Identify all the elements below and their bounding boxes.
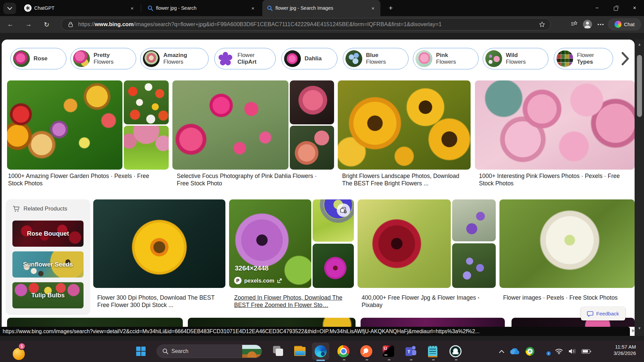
result-caption[interactable]: 400,000+ Free Flower Jpg & Flower Images… [362, 294, 496, 309]
result-caption[interactable]: 1000+ Interesting Pink Flowers Photos · … [479, 172, 634, 187]
taskbar-clock[interactable]: 11:57 AM 3/26/2026 [601, 344, 636, 356]
result-subimage-purple-flowers[interactable] [452, 199, 496, 241]
filter-chip-pretty-flowers[interactable]: PrettyFlowers [70, 48, 136, 69]
task-view-icon [271, 345, 284, 358]
favorites-bar-icon[interactable] [571, 21, 578, 28]
scrollbar-thumb[interactable] [637, 55, 642, 117]
result-image-white-dahlia[interactable] [499, 199, 635, 288]
result-subimage-tulips[interactable] [124, 80, 169, 124]
feedback-label: Feedback [596, 311, 619, 317]
lock-icon [66, 22, 75, 27]
new-tab-button[interactable]: + [386, 3, 396, 13]
forward-button[interactable]: → [23, 19, 34, 30]
partial-result-image[interactable] [188, 318, 356, 327]
result-caption-hovered-link[interactable]: Zoomed In Flower Photos, Download The BE… [234, 294, 355, 309]
result-subimage-dahlia-dark[interactable] [290, 80, 334, 124]
result-caption[interactable]: Flower 300 Dpi Photos, Download The BEST… [97, 294, 219, 309]
result-image-red-dahlia[interactable] [358, 199, 451, 288]
partial-result-image[interactable] [361, 318, 505, 327]
chrome-button[interactable] [336, 344, 351, 359]
search-highlight-image[interactable] [242, 345, 262, 358]
chip-label: FlowerTypes [577, 52, 599, 65]
speaker-icon[interactable] [569, 348, 576, 354]
tab-close-icon[interactable]: × [128, 4, 136, 12]
filter-chip-dahlia[interactable]: Dahlia [281, 48, 337, 69]
filter-chip-wild-flowers[interactable]: WildFlowers [483, 48, 548, 69]
tab-search-button[interactable] [3, 3, 16, 14]
product-rose-bouquet[interactable]: Rose Bouquet [12, 221, 84, 247]
address-bar[interactable]: https://www.bing.com/images/search?q=flo… [61, 18, 551, 31]
battery-icon[interactable] [582, 349, 590, 354]
filter-chip-pink-flowers[interactable]: PinkFlowers [413, 48, 479, 69]
tab-close-icon[interactable]: × [369, 4, 377, 12]
chip-label: PinkFlowers [436, 52, 462, 65]
onedrive-icon[interactable] [510, 348, 520, 355]
tab-close-icon[interactable]: × [249, 4, 257, 12]
close-button[interactable]: × [625, 0, 644, 16]
postman-button[interactable] [359, 344, 374, 359]
intellij-button[interactable]: IJ [381, 344, 396, 359]
result-image-sunflowers[interactable] [338, 80, 471, 170]
result-image-purple-daisy[interactable] [229, 199, 311, 288]
url-host: www.bing.com [95, 21, 134, 27]
result-image-flower-garden[interactable] [7, 80, 122, 170]
result-caption[interactable]: Bright Flowers Landscape Photos, Downloa… [342, 172, 469, 187]
product-tulip-bulbs[interactable]: Tulip Bulbs [12, 282, 84, 308]
tab-flower-search-images-active[interactable]: flower jpg - Search Images × [262, 0, 380, 16]
scroll-down-icon[interactable]: ▼ [635, 326, 644, 330]
feedback-button[interactable]: Feedback [581, 307, 625, 320]
filter-chip-flower-types[interactable]: FlowerTypes [554, 48, 613, 69]
taskbar-search-box[interactable]: Search [157, 345, 262, 358]
vertical-scrollbar[interactable]: ▲ ▼ [635, 40, 644, 336]
filter-chip-blue-flowers[interactable]: BlueFlowers [343, 48, 409, 69]
copilot-chat-button[interactable]: Chat [608, 18, 641, 31]
tab-chatgpt[interactable]: ChatGPT × [19, 0, 140, 16]
clock-time: 11:57 AM [601, 344, 636, 350]
partial-result-image[interactable] [7, 318, 183, 327]
result-caption[interactable]: 1000+ Amazing Flower Garden Photos · Pex… [8, 172, 159, 187]
restore-icon [614, 6, 618, 10]
edge-button[interactable] [313, 344, 328, 359]
result-subimage-dahlia-salmon[interactable] [290, 126, 334, 170]
start-button[interactable] [133, 344, 148, 359]
notification-badge: 1 [18, 343, 25, 350]
favorite-star-icon[interactable] [538, 21, 546, 27]
toolbar-right-icons: ••• [571, 18, 604, 31]
profile-avatar[interactable] [583, 20, 592, 29]
filter-chip-amazing-flowers[interactable]: AmazingFlowers [140, 48, 209, 69]
image-source-overlay[interactable]: P pexels.com [234, 277, 282, 284]
scroll-up-icon[interactable]: ▲ [635, 42, 644, 46]
result-image-pink-dahlia-field[interactable] [172, 80, 288, 170]
filter-chip-rose[interactable]: Rose [10, 48, 66, 69]
antivirus-tray-icon[interactable] [526, 347, 534, 356]
result-image-cherry-blossoms[interactable] [475, 80, 635, 170]
result-subimage-blossoms[interactable] [124, 126, 169, 170]
refresh-button[interactable]: ↻ [41, 19, 52, 30]
file-explorer-button[interactable] [292, 344, 307, 359]
minimize-button[interactable]: − [588, 0, 606, 16]
tray-chevron-up-icon[interactable] [499, 350, 504, 353]
running-indicator [432, 359, 435, 360]
restore-button[interactable] [606, 0, 625, 16]
save-to-collection-button[interactable] [337, 203, 350, 217]
cloud-sync-tray-icon[interactable]: i [540, 348, 549, 354]
product-sunflower-seeds[interactable]: Sunflower Seeds [12, 251, 84, 278]
result-subimage-violet-cluster[interactable] [452, 243, 496, 288]
result-caption[interactable]: Flower images · Pexels · Free Stock Phot… [503, 294, 635, 301]
result-image-yellow-daisy[interactable] [93, 199, 225, 288]
filters-scroll-right-button[interactable] [618, 50, 632, 67]
settings-menu-icon[interactable]: ••• [597, 22, 604, 27]
filter-chip-flower-clipart[interactable]: FlowerClipArt [214, 48, 276, 69]
product-label: Rose Bouquet [27, 230, 69, 237]
back-button[interactable]: ← [5, 19, 16, 30]
notepad-button[interactable] [425, 344, 440, 359]
related-products-title: Related Products [23, 205, 67, 212]
tab-flower-search[interactable]: flower jpg - Search × [143, 0, 260, 16]
gitkraken-button[interactable] [448, 344, 463, 359]
result-caption[interactable]: Selective Focus Photography of Pink Dahl… [177, 172, 328, 187]
teams-button[interactable]: T [403, 344, 418, 359]
task-view-button[interactable] [270, 344, 285, 359]
result-subimage-geranium[interactable] [313, 244, 354, 288]
wifi-icon[interactable] [555, 349, 563, 354]
chip-label: FlowerClipArt [237, 52, 262, 65]
